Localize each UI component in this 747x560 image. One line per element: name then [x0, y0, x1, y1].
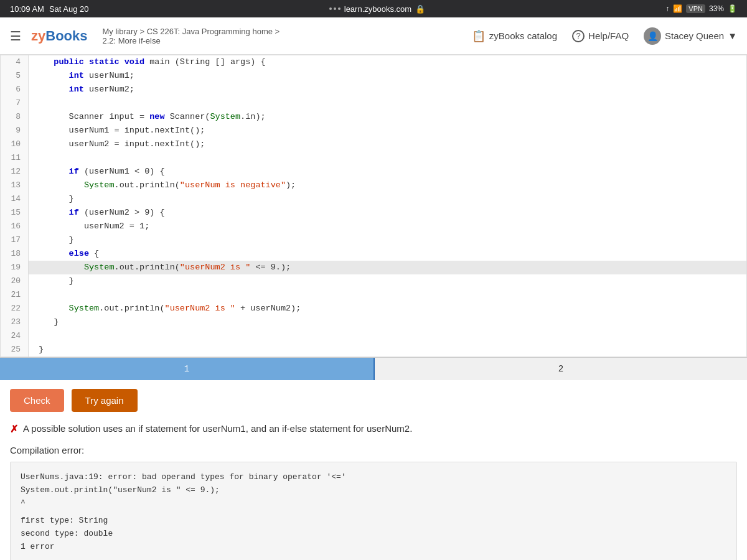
- breadcrumb: My library > CS 226T: Java Programming h…: [103, 27, 280, 45]
- battery: 33%: [709, 4, 724, 13]
- code-line-24: 24: [1, 329, 746, 343]
- code-line-11: 11: [1, 151, 746, 165]
- code-line-6: 6 int userNum2;: [1, 83, 746, 96]
- code-line-12: 12 if (userNum1 < 0) {: [1, 165, 746, 179]
- catalog-icon: 📋: [472, 29, 486, 43]
- compilation-box: UserNums.java:19: error: bad operand typ…: [10, 462, 737, 560]
- code-line-5: 5 int userNum1;: [1, 69, 746, 83]
- breadcrumb-top: My library > CS 226T: Java Programming h…: [103, 27, 280, 36]
- navbar-right: 📋 zyBooks catalog ? Help/FAQ 👤 Stacey Qu…: [472, 27, 737, 45]
- lock-icon: 🔒: [415, 4, 425, 14]
- code-line-21: 21: [1, 288, 746, 302]
- breadcrumb-bottom: 2.2: More if-else: [103, 36, 280, 45]
- user-avatar: 👤: [644, 27, 661, 45]
- brand-zy: zy: [31, 28, 45, 44]
- code-line-19: 19 System.out.println("userNum2 is " <= …: [1, 261, 746, 274]
- input-1-value: 1: [184, 364, 189, 374]
- hamburger-icon[interactable]: ☰: [10, 29, 21, 44]
- feedback-section: ✗ A possible solution uses an if stateme…: [0, 421, 747, 442]
- code-line-18: 18 else {: [1, 247, 746, 261]
- code-line-7: 7: [1, 96, 746, 110]
- code-line-14: 14 }: [1, 192, 746, 206]
- code-line-9: 9 userNum1 = input.nextInt();: [1, 124, 746, 138]
- try-again-button[interactable]: Try again: [72, 389, 138, 412]
- code-editor[interactable]: 4 public static void main (String [] arg…: [0, 55, 747, 357]
- time: 10:09 AM: [10, 4, 44, 14]
- status-bar: 10:09 AM Sat Aug 20 learn.zybooks.com 🔒 …: [0, 0, 747, 17]
- wifi-icon: 📶: [673, 4, 682, 13]
- battery-icon: 🔋: [728, 4, 737, 13]
- navbar: ☰ zyBooks My library > CS 226T: Java Pro…: [0, 17, 747, 55]
- error-line: System.out.println("userNum2 is " <= 9.)…: [21, 484, 726, 497]
- code-line-25: 25 }: [1, 343, 746, 357]
- error-icon: ✗: [10, 423, 18, 435]
- code-line-22: 22 System.out.println("userNum2 is " + u…: [1, 302, 746, 315]
- input-box-2[interactable]: 2: [374, 358, 747, 380]
- main-content: 4 public static void main (String [] arg…: [0, 55, 747, 560]
- user-name: Stacey Queen: [665, 30, 724, 41]
- status-bar-center: learn.zybooks.com 🔒: [329, 4, 425, 14]
- chevron-down-icon: ▼: [728, 30, 737, 41]
- code-line-20: 20 }: [1, 274, 746, 288]
- brand-books: Books: [45, 28, 87, 44]
- brand: zyBooks: [31, 28, 88, 44]
- button-row: Check Try again: [0, 380, 747, 421]
- error-text: UserNums.java:19: error: bad operand typ…: [21, 471, 726, 484]
- arrow-icon: ↑: [665, 4, 669, 13]
- code-line-4: 4 public static void main (String [] arg…: [1, 55, 746, 69]
- first-type: first type: String: [21, 515, 726, 528]
- dots-icon: [329, 7, 341, 10]
- code-line-15: 15 if (userNum2 > 9) {: [1, 206, 746, 220]
- code-line-23: 23 }: [1, 315, 746, 329]
- user-menu-button[interactable]: 👤 Stacey Queen ▼: [644, 27, 737, 45]
- code-line-13: 13 System.out.println("userNum is negati…: [1, 179, 746, 192]
- status-bar-right: ↑ 📶 VPN 33% 🔋: [665, 4, 737, 13]
- input-box-1[interactable]: 1: [0, 358, 374, 380]
- compilation-section: Compilation error: UserNums.java:19: err…: [0, 442, 747, 560]
- feedback-text: A possible solution uses an if statement…: [23, 423, 412, 434]
- date: Sat Aug 20: [49, 4, 89, 14]
- compilation-label: Compilation error:: [10, 445, 737, 455]
- second-type: second type: double: [21, 528, 726, 541]
- check-button[interactable]: Check: [10, 389, 64, 412]
- vpn-label: VPN: [686, 4, 705, 13]
- help-icon: ?: [572, 30, 585, 42]
- url: learn.zybooks.com: [344, 4, 411, 14]
- help-button[interactable]: ? Help/FAQ: [572, 30, 629, 42]
- status-bar-left: 10:09 AM Sat Aug 20: [10, 4, 89, 14]
- code-line-16: 16 userNum2 = 1;: [1, 220, 746, 233]
- catalog-button[interactable]: 📋 zyBooks catalog: [472, 29, 557, 43]
- input-row: 1 2: [0, 357, 747, 380]
- feedback-message: ✗ A possible solution uses an if stateme…: [10, 423, 737, 435]
- code-line-10: 10 userNum2 = input.nextInt();: [1, 138, 746, 151]
- error-count: 1 error: [21, 541, 726, 554]
- input-2-value: 2: [558, 364, 563, 374]
- code-line-8: 8 Scanner input = new Scanner(System.in)…: [1, 110, 746, 124]
- error-caret: ^: [21, 497, 726, 510]
- help-label: Help/FAQ: [588, 30, 629, 41]
- catalog-label: zyBooks catalog: [489, 30, 557, 41]
- code-line-17: 17 }: [1, 233, 746, 247]
